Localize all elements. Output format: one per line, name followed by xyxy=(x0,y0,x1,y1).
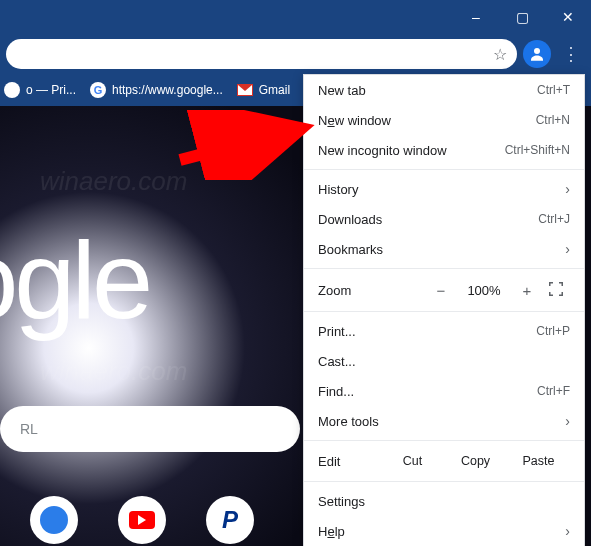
edit-paste-button[interactable]: Paste xyxy=(507,454,570,468)
kebab-icon: ⋮ xyxy=(562,43,580,65)
menu-label: Edit xyxy=(318,454,381,469)
menu-separator xyxy=(304,440,584,441)
watermark: winaero.com xyxy=(40,356,187,387)
menu-label: Help xyxy=(318,524,557,539)
menu-label: Downloads xyxy=(318,212,538,227)
menu-new-window[interactable]: New window Ctrl+N xyxy=(304,105,584,135)
menu-accel: Ctrl+J xyxy=(538,212,570,226)
menu-zoom-row: Zoom − 100% + xyxy=(304,273,584,307)
menu-new-tab[interactable]: New tab Ctrl+T xyxy=(304,75,584,105)
menu-label: New tab xyxy=(318,83,537,98)
chrome-menu-button[interactable]: ⋮ xyxy=(557,40,585,68)
menu-label: More tools xyxy=(318,414,557,429)
google-search-box[interactable]: RL xyxy=(0,406,300,452)
menu-help[interactable]: Help xyxy=(304,516,584,546)
menu-accel: Ctrl+P xyxy=(536,324,570,338)
menu-find[interactable]: Find... Ctrl+F xyxy=(304,376,584,406)
edit-copy-button[interactable]: Copy xyxy=(444,454,507,468)
menu-label: Cast... xyxy=(318,354,570,369)
zoom-in-button[interactable]: + xyxy=(516,282,538,299)
zoom-out-button[interactable]: − xyxy=(430,282,452,299)
watermark: winaero.com xyxy=(40,166,187,197)
shortcut-paypal[interactable]: P xyxy=(206,496,254,544)
address-bar[interactable]: ☆ xyxy=(6,39,517,69)
menu-accel: Ctrl+F xyxy=(537,384,570,398)
menu-accel: Ctrl+Shift+N xyxy=(505,143,570,157)
menu-label: Bookmarks xyxy=(318,242,557,257)
menu-label: New incognito window xyxy=(318,143,505,158)
shortcut-youtube[interactable] xyxy=(118,496,166,544)
person-icon xyxy=(528,45,546,63)
bookmark-item[interactable]: o — Pri... xyxy=(4,82,76,98)
edit-cut-button[interactable]: Cut xyxy=(381,454,444,468)
close-button[interactable]: ✕ xyxy=(545,0,591,34)
bookmark-label: o — Pri... xyxy=(26,83,76,97)
profile-avatar[interactable] xyxy=(523,40,551,68)
menu-label: Settings xyxy=(318,494,570,509)
menu-history[interactable]: History xyxy=(304,174,584,204)
bookmark-label: Gmail xyxy=(259,83,290,97)
menu-more-tools[interactable]: More tools xyxy=(304,406,584,436)
search-placeholder: RL xyxy=(20,421,38,437)
bookmark-item[interactable]: https://www.google... xyxy=(90,82,223,98)
menu-downloads[interactable]: Downloads Ctrl+J xyxy=(304,204,584,234)
browser-toolbar: ☆ ⋮ xyxy=(0,34,591,74)
bookmark-star-icon[interactable]: ☆ xyxy=(493,45,507,64)
menu-separator xyxy=(304,268,584,269)
menu-accel: Ctrl+N xyxy=(536,113,570,127)
bookmark-label: https://www.google... xyxy=(112,83,223,97)
svg-point-0 xyxy=(534,48,540,54)
gmail-favicon-icon xyxy=(237,84,253,96)
google-favicon-icon xyxy=(90,82,106,98)
menu-new-incognito[interactable]: New incognito window Ctrl+Shift+N xyxy=(304,135,584,165)
shortcuts-row: P xyxy=(0,496,254,544)
minimize-button[interactable]: – xyxy=(453,0,499,34)
menu-bookmarks[interactable]: Bookmarks xyxy=(304,234,584,264)
menu-edit-row: Edit Cut Copy Paste xyxy=(304,445,584,477)
menu-label: Zoom xyxy=(318,283,420,298)
paypal-icon: P xyxy=(222,506,238,534)
close-icon: ✕ xyxy=(562,9,574,25)
chrome-menu: New tab Ctrl+T New window Ctrl+N New inc… xyxy=(303,74,585,546)
globe-icon xyxy=(40,506,68,534)
menu-settings[interactable]: Settings xyxy=(304,486,584,516)
menu-label: Print... xyxy=(318,324,536,339)
youtube-icon xyxy=(129,511,155,529)
zoom-value: 100% xyxy=(462,283,506,298)
menu-print[interactable]: Print... Ctrl+P xyxy=(304,316,584,346)
menu-label: New window xyxy=(318,113,536,128)
menu-label: History xyxy=(318,182,557,197)
bookmark-item[interactable]: Gmail xyxy=(237,83,290,97)
google-logo: oogle xyxy=(0,216,149,343)
favicon-icon xyxy=(4,82,20,98)
menu-cast[interactable]: Cast... xyxy=(304,346,584,376)
window-titlebar: – ▢ ✕ xyxy=(0,0,591,34)
minimize-icon: – xyxy=(472,9,480,25)
maximize-icon: ▢ xyxy=(516,9,529,25)
fullscreen-icon xyxy=(548,281,564,297)
menu-accel: Ctrl+T xyxy=(537,83,570,97)
menu-separator xyxy=(304,481,584,482)
shortcut-winaero[interactable] xyxy=(30,496,78,544)
maximize-button[interactable]: ▢ xyxy=(499,0,545,34)
menu-label: Find... xyxy=(318,384,537,399)
menu-separator xyxy=(304,311,584,312)
fullscreen-button[interactable] xyxy=(548,281,570,300)
menu-separator xyxy=(304,169,584,170)
